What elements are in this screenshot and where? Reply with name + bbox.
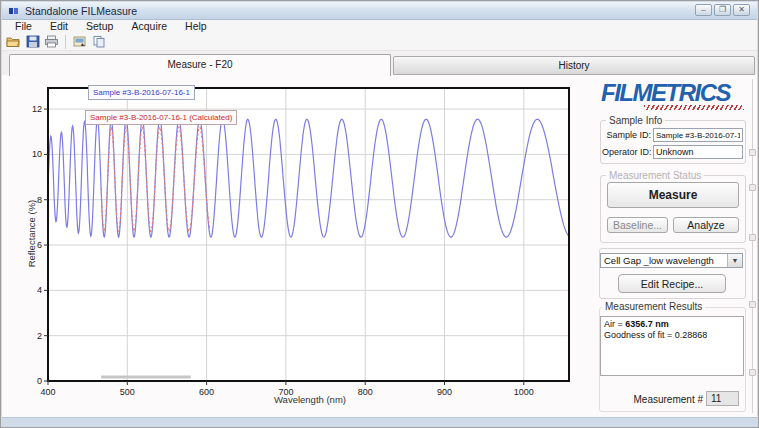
measurement-status-legend: Measurement Status xyxy=(606,170,704,181)
analyze-button[interactable]: Analyze xyxy=(673,217,739,233)
plot-background xyxy=(48,88,569,381)
y-axis-title: Reflectance (%) xyxy=(26,190,37,278)
tabstrip: Measure - F20 History xyxy=(2,51,757,75)
menu-file[interactable]: File xyxy=(6,20,41,33)
result-gof-value: 0.28868 xyxy=(675,330,708,340)
toolbar xyxy=(2,33,757,51)
legend-calculated-series[interactable]: Sample #3-B-2016-07-16-1 (Calculated) xyxy=(85,110,237,125)
sample-id-input[interactable] xyxy=(653,128,743,142)
y-tick-label: 8 xyxy=(37,195,42,205)
sample-info-legend: Sample Info xyxy=(606,115,665,126)
measurement-results-legend: Measurement Results xyxy=(602,301,705,312)
measurement-number-label: Measurement # xyxy=(631,394,703,405)
app-icon xyxy=(8,5,20,17)
y-tick-label: 2 xyxy=(37,331,42,341)
measurement-results-box: Air = 6356.7 nm Goodness of fit = 0.2886… xyxy=(600,316,744,376)
menu-help[interactable]: Help xyxy=(176,20,216,33)
measure-button[interactable]: Measure xyxy=(607,182,739,208)
open-file-icon[interactable] xyxy=(5,34,22,50)
titlebar[interactable]: Standalone FILMeasure – ❐ ✕ xyxy=(2,2,757,20)
baseline-button[interactable]: Baseline... xyxy=(607,217,668,233)
copy-icon[interactable] xyxy=(90,34,107,50)
x-tick-label: 400 xyxy=(40,387,55,397)
menu-acquire[interactable]: Acquire xyxy=(122,20,176,33)
close-icon[interactable]: ✕ xyxy=(733,4,750,16)
measurement-number-input[interactable] xyxy=(706,391,739,406)
panel-splitter[interactable] xyxy=(748,79,758,413)
recipe-select-value: Cell Gap _low wavelength xyxy=(601,255,727,266)
x-tick-label: 1000 xyxy=(514,387,534,397)
chevron-down-icon[interactable]: ▼ xyxy=(727,254,742,267)
capture-icon[interactable] xyxy=(71,34,88,50)
x-axis-title: Wavelength (nm) xyxy=(248,394,372,405)
print-icon[interactable] xyxy=(43,34,60,50)
y-tick-label: 4 xyxy=(37,285,42,295)
restore-icon[interactable]: ❐ xyxy=(714,4,731,16)
y-tick-label: 10 xyxy=(32,149,42,159)
menu-setup[interactable]: Setup xyxy=(77,20,122,33)
result-air-value: 6356.7 nm xyxy=(625,319,669,329)
operator-id-input[interactable] xyxy=(653,145,743,159)
result-air: Air = 6356.7 nm xyxy=(604,319,740,330)
tab-history[interactable]: History xyxy=(393,56,755,75)
filmeasure-window: Standalone FILMeasure – ❐ ✕ File Edit Se… xyxy=(0,0,759,428)
splitter-handle[interactable] xyxy=(749,301,756,308)
splitter-handle[interactable] xyxy=(749,369,756,376)
filmetrics-logo-text: FILMETRICS xyxy=(601,79,730,106)
y-tick-label: 6 xyxy=(37,240,42,250)
recipe-select[interactable]: Cell Gap _low wavelength ▼ xyxy=(600,253,743,268)
x-tick-label: 600 xyxy=(199,387,214,397)
toolbar-separator xyxy=(65,35,66,49)
menubar: File Edit Setup Acquire Help xyxy=(2,20,757,33)
splitter-track xyxy=(752,79,753,413)
result-goodness-of-fit: Goodness of fit = 0.28868 xyxy=(604,330,740,341)
legend-measured-label: Sample #3-B-2016-07-16-1 xyxy=(93,88,190,97)
y-tick-label: 12 xyxy=(32,104,42,114)
operator-id-label: Operator ID: xyxy=(602,147,651,157)
filmetrics-logo-hatch xyxy=(644,105,744,110)
splitter-handle[interactable] xyxy=(749,149,756,156)
y-tick-label: 0 xyxy=(37,376,42,386)
splitter-handle[interactable] xyxy=(749,184,756,191)
legend-calculated-label: Sample #3-B-2016-07-16-1 (Calculated) xyxy=(90,113,232,122)
window-title: Standalone FILMeasure xyxy=(25,5,137,17)
legend-measured-series[interactable]: Sample #3-B-2016-07-16-1 xyxy=(88,85,195,100)
edit-recipe-button[interactable]: Edit Recipe... xyxy=(618,274,726,293)
splitter-handle[interactable] xyxy=(749,234,756,241)
save-icon[interactable] xyxy=(24,34,41,50)
filmetrics-logo: FILMETRICS xyxy=(601,81,744,113)
x-tick-label: 900 xyxy=(437,387,452,397)
x-tick-label: 500 xyxy=(120,387,135,397)
tab-measure-f20[interactable]: Measure - F20 xyxy=(9,54,391,76)
menu-edit[interactable]: Edit xyxy=(41,20,77,33)
reflectance-chart[interactable]: 4005006007008009001000024681012 xyxy=(1,75,601,419)
sample-id-label: Sample ID: xyxy=(602,130,651,140)
minimize-icon[interactable]: – xyxy=(695,4,712,16)
